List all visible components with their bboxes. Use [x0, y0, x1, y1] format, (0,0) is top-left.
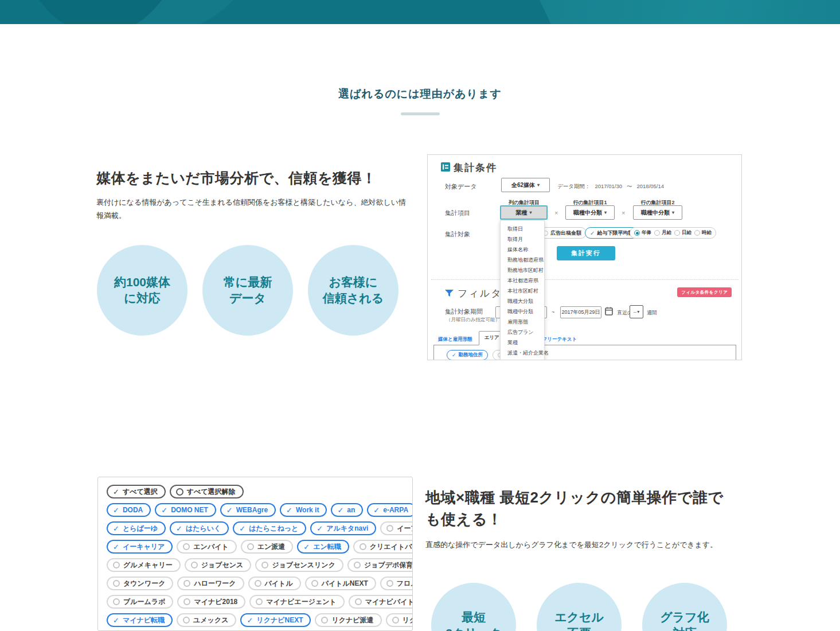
panel-divider: [431, 279, 739, 280]
media-pill[interactable]: ✓an: [331, 503, 363, 517]
media-pill[interactable]: ✓マイナビ転職: [107, 613, 173, 627]
circle-text-line: エクセル: [554, 609, 604, 625]
media-pill[interactable]: ✓アルキタnavi: [310, 521, 376, 535]
dropdown-item[interactable]: 広告プラン: [501, 327, 544, 337]
media-pill[interactable]: ユメックス: [177, 613, 236, 627]
media-pill[interactable]: ✓Work it: [280, 503, 327, 517]
row-item1-dropdown-button[interactable]: 職種中分類 ▾: [565, 205, 615, 220]
dropdown-item[interactable]: 取得日: [501, 224, 544, 234]
media-pill[interactable]: ✓はたらいく: [170, 521, 229, 535]
media-pill-label: マイナビ転職: [123, 616, 165, 625]
ad-spend-pill[interactable]: 広告出稿金額: [538, 227, 587, 239]
media-pill-label: バイトル: [265, 579, 293, 589]
media-count-dropdown-button[interactable]: 全62媒体 ▾: [501, 178, 550, 192]
media-pill-label: ユメックス: [193, 616, 228, 625]
media-pill-label: ジョブセンスリンク: [272, 560, 335, 570]
media-pill[interactable]: クリエイトバイト: [353, 540, 413, 554]
data-period-label: データ期間：: [557, 183, 590, 190]
media-pill[interactable]: ✓e-ARPA: [367, 503, 413, 517]
recent-weeks-select[interactable]: -- ▾: [630, 305, 643, 318]
weeks-unit-label: 週間: [647, 309, 657, 317]
media-pill[interactable]: バイトル: [248, 577, 301, 590]
media-pill-label: エン派遣: [257, 542, 286, 552]
caret-down-icon: ▾: [604, 210, 607, 215]
circle-text-line: データ: [229, 290, 266, 306]
media-pill[interactable]: ✓DOMO NET: [155, 503, 216, 517]
media-pill[interactable]: エンバイト: [177, 540, 236, 554]
dropdown-item[interactable]: 勤務地都道府県: [501, 255, 544, 265]
media-pill[interactable]: マイナビ2018: [177, 595, 245, 609]
select-all-button[interactable]: ✓ すべて選択: [107, 485, 166, 498]
media-pill[interactable]: リクルートエ: [386, 613, 413, 627]
media-pill[interactable]: バイトルNEXT: [305, 577, 376, 590]
dropdown-item[interactable]: 本社都道府県: [501, 275, 544, 286]
media-pill[interactable]: ✓DODA: [107, 503, 151, 517]
unchecked-circle-icon: [247, 543, 254, 550]
circle-text-line: 常に最新: [224, 274, 272, 290]
media-count-value: 全62媒体: [511, 181, 535, 189]
media-pill[interactable]: エン派遣: [241, 540, 294, 554]
check-icon: ✓: [113, 543, 119, 551]
media-pill[interactable]: ジョブセンス: [185, 558, 252, 572]
dropdown-item[interactable]: 媒体名称: [501, 244, 544, 255]
media-pill[interactable]: リクナビ派遣: [315, 613, 381, 627]
media-pill-label: WEBAgre: [236, 506, 268, 514]
media-pill[interactable]: マイナビバイト: [349, 595, 413, 609]
media-pill[interactable]: ✓リクナビNEXT: [240, 613, 311, 627]
clear-filter-button[interactable]: フィルタ条件をクリア: [677, 287, 732, 297]
dropdown-item[interactable]: 本社市区町村: [501, 286, 544, 296]
area-pill[interactable]: ✓勤務地住所: [447, 350, 488, 360]
media-pill-label: マイナビエージェント: [266, 597, 337, 607]
media-pill[interactable]: ✓はたらこねっと: [233, 521, 306, 535]
check-icon: ✓: [247, 616, 253, 625]
media-pill[interactable]: グルメキャリー: [107, 558, 181, 572]
media-pill[interactable]: ハローワーク: [177, 577, 244, 590]
check-icon: ✓: [286, 506, 292, 515]
media-pill-label: はたらこねっと: [249, 524, 298, 533]
salary-unit-radio-option[interactable]: 日給: [674, 229, 691, 236]
salary-unit-radio-selected[interactable]: 年俸: [634, 229, 651, 236]
circle-text-line: グラフ化: [660, 609, 709, 625]
media-pill[interactable]: ✓エン転職: [297, 540, 349, 554]
filter-tab-link[interactable]: 媒体と雇用形態: [438, 336, 472, 343]
circle-text-line: 信頼される: [323, 290, 384, 306]
media-pill-label: ジョブセンス: [201, 560, 244, 570]
salary-unit-radio-option[interactable]: 月給: [654, 229, 671, 236]
row-item2-dropdown-button[interactable]: 職種中分類 ▾: [633, 205, 682, 220]
period-to-date-input[interactable]: 2017年05月29日: [560, 306, 601, 318]
dropdown-item[interactable]: 職種大分類: [501, 296, 544, 306]
media-pill[interactable]: ジョブセンスリンク: [255, 558, 343, 572]
dropdown-item[interactable]: 勤務地市区町村: [501, 265, 544, 275]
media-pill-label: フロムエー: [397, 579, 413, 589]
deselect-all-button[interactable]: すべて選択解除: [170, 485, 244, 498]
calendar-icon[interactable]: [605, 307, 613, 316]
media-pill[interactable]: タウンワーク: [107, 577, 173, 590]
feature2-description: 直感的な操作でデータ出しからグラフ化までを最短2クリックで行うことができます。: [425, 540, 738, 550]
media-pill[interactable]: ジョブデポ保育士: [347, 558, 413, 572]
unchecked-circle-icon: [113, 580, 120, 587]
media-pill[interactable]: ✓イーキャリア: [107, 540, 173, 554]
unchecked-circle-icon: [183, 543, 190, 550]
media-pill[interactable]: ブルームラボ: [107, 595, 173, 609]
media-pill[interactable]: ✓WEBAgre: [220, 503, 276, 517]
media-pill-label: e-ARPA: [383, 506, 408, 514]
data-period-tilde: 〜: [627, 183, 632, 190]
dropdown-item[interactable]: 取得月: [501, 234, 544, 244]
media-pill[interactable]: ✓とらばーゆ: [107, 521, 166, 535]
media-pill[interactable]: フロムエー: [380, 577, 413, 590]
column-item-value: 業種: [515, 209, 527, 217]
dropdown-item[interactable]: 職種中分類: [501, 306, 544, 317]
salary-unit-radio-option[interactable]: 時給: [694, 229, 712, 236]
dropdown-item[interactable]: 雇用形態: [501, 317, 544, 327]
dropdown-item[interactable]: 派遣・紹介企業名: [501, 348, 544, 358]
column-item-dropdown-button[interactable]: 業種 ▾: [500, 205, 548, 220]
media-pill-label: ブルームラボ: [123, 597, 165, 607]
circle-text-line: 最短: [462, 609, 486, 625]
dropdown-item[interactable]: 業種: [501, 337, 544, 348]
media-pill[interactable]: マイナビエージェント: [249, 595, 345, 609]
aggregation-items-label: 集計項目: [445, 209, 470, 217]
media-pill[interactable]: イーアイデム: [380, 521, 413, 535]
unchecked-circle-icon: [255, 580, 261, 587]
filter-tab-link[interactable]: フリーテキスト: [542, 336, 577, 343]
run-aggregation-button[interactable]: 集計実行: [557, 246, 615, 260]
